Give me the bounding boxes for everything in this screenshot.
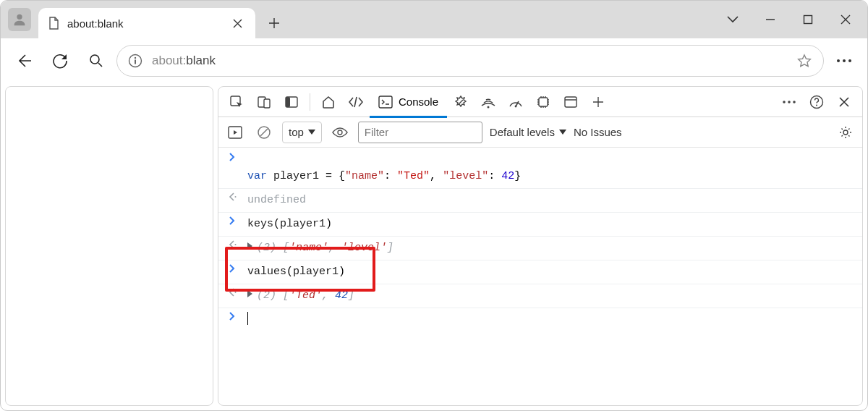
page-icon — [47, 17, 60, 30]
svg-point-26 — [338, 130, 342, 135]
browser-titlebar: about:blank — [1, 1, 867, 38]
expand-triangle-icon[interactable] — [247, 290, 252, 297]
tab-title: about:blank — [67, 17, 223, 30]
console-input-row: keys(player1) — [218, 213, 862, 237]
close-window-button[interactable] — [827, 5, 864, 34]
svg-point-20 — [788, 101, 791, 103]
close-devtools-icon[interactable] — [830, 88, 858, 116]
svg-rect-14 — [379, 96, 392, 108]
console-input-row: var player1 = {"name": "Ted", "level": 4… — [218, 149, 862, 189]
maximize-button[interactable] — [789, 5, 827, 34]
browser-toolbar: about:blank — [1, 38, 867, 83]
profile-button[interactable] — [8, 8, 31, 31]
address-bar[interactable]: about:blank — [116, 45, 824, 77]
svg-rect-13 — [286, 97, 290, 107]
console-output: var player1 = {"name": "Ted", "level": 4… — [218, 148, 862, 332]
input-chevron-icon — [229, 312, 240, 321]
svg-point-8 — [848, 59, 851, 62]
live-expression-icon[interactable] — [329, 122, 351, 143]
svg-point-0 — [17, 14, 22, 20]
refresh-button[interactable] — [44, 45, 76, 77]
console-input-row: values(player1) — [218, 260, 862, 284]
svg-point-19 — [783, 101, 786, 103]
console-output-row[interactable]: (2) ['name', 'level'] — [218, 237, 862, 260]
svg-point-6 — [837, 59, 840, 62]
svg-point-16 — [515, 105, 517, 107]
svg-point-21 — [793, 101, 796, 103]
clear-console-icon[interactable] — [253, 122, 275, 143]
output-chevron-icon — [229, 192, 240, 201]
svg-point-15 — [488, 106, 490, 108]
favorite-icon[interactable] — [796, 52, 813, 69]
app-menu-button[interactable] — [828, 45, 860, 77]
more-tabs-button[interactable] — [584, 88, 612, 116]
filter-input[interactable] — [358, 122, 482, 143]
devtools-menu-icon[interactable] — [775, 88, 803, 116]
expand-triangle-icon[interactable] — [247, 242, 252, 250]
application-tab-icon[interactable] — [557, 88, 584, 116]
page-content — [5, 86, 213, 406]
svg-point-4 — [135, 57, 136, 59]
console-tab-label: Console — [399, 96, 438, 108]
output-chevron-icon — [229, 240, 240, 249]
elements-tab-icon[interactable] — [342, 88, 370, 116]
svg-rect-18 — [565, 97, 576, 107]
site-info-icon[interactable] — [127, 53, 143, 69]
sources-tab-icon[interactable] — [447, 88, 475, 116]
issues-label[interactable]: No Issues — [574, 126, 622, 138]
help-icon[interactable] — [803, 88, 830, 116]
chevron-down-icon[interactable] — [714, 5, 752, 34]
input-chevron-icon — [229, 153, 240, 161]
console-toolbar: top Default levels No Issues — [218, 117, 862, 148]
back-button[interactable] — [8, 45, 40, 77]
console-output-row[interactable]: (2) ['Ted', 42] — [218, 284, 862, 308]
console-settings-icon[interactable] — [835, 122, 856, 143]
context-label: top — [289, 126, 304, 138]
minimize-button[interactable] — [752, 5, 789, 34]
device-toolbar-icon[interactable] — [250, 88, 278, 116]
url-text: about:blank — [152, 54, 216, 68]
memory-tab-icon[interactable] — [529, 88, 557, 116]
svg-point-28 — [235, 196, 237, 198]
performance-tab-icon[interactable] — [502, 88, 529, 116]
svg-point-30 — [235, 292, 237, 293]
new-tab-button[interactable] — [260, 9, 289, 38]
input-chevron-icon — [229, 216, 240, 225]
svg-point-29 — [235, 244, 237, 245]
browser-tab[interactable]: about:blank — [38, 8, 255, 38]
network-tab-icon[interactable] — [475, 88, 502, 116]
input-chevron-icon — [229, 264, 240, 273]
output-chevron-icon — [229, 288, 240, 297]
inspect-element-icon[interactable] — [223, 88, 250, 116]
dock-side-icon[interactable] — [278, 88, 305, 116]
context-selector[interactable]: top — [282, 122, 322, 143]
svg-rect-1 — [804, 16, 812, 24]
svg-rect-17 — [539, 98, 548, 106]
console-tab[interactable]: Console — [370, 87, 447, 117]
devtools-panel: Console — [218, 86, 863, 406]
svg-rect-11 — [264, 99, 270, 108]
svg-point-7 — [843, 59, 846, 62]
console-prompt-row[interactable] — [218, 308, 862, 332]
log-levels-selector[interactable]: Default levels — [490, 126, 566, 138]
svg-point-23 — [816, 104, 817, 106]
search-button[interactable] — [80, 45, 112, 77]
window-controls — [714, 1, 864, 38]
devtools-tabbar: Console — [218, 87, 862, 117]
svg-point-2 — [90, 55, 99, 64]
svg-point-27 — [843, 130, 848, 135]
console-output-row: undefined — [218, 189, 862, 213]
close-tab-icon[interactable] — [230, 19, 245, 28]
svg-rect-5 — [135, 60, 136, 64]
welcome-tab-icon[interactable] — [315, 88, 342, 116]
toggle-sidebar-icon[interactable] — [224, 122, 246, 143]
